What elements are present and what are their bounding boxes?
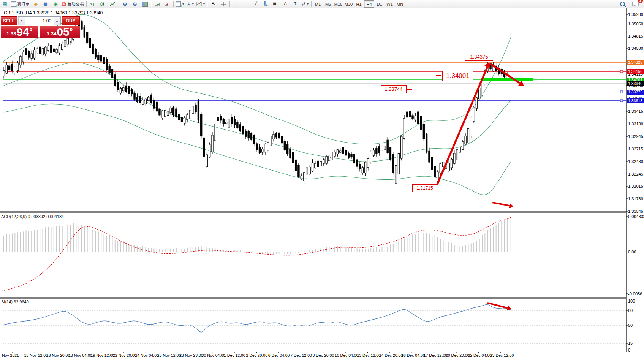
crosshair-button[interactable] (218, 0, 228, 8)
zoom-in-button[interactable]: ⊕ (120, 0, 130, 8)
templates-button[interactable] (195, 0, 206, 8)
text-label-button[interactable]: T (290, 0, 300, 8)
text-label-icon: T (293, 1, 297, 7)
time-axis-label: 22 Dec 04:00 (468, 353, 491, 358)
price-line-badge: 1.34326 (627, 60, 644, 65)
volume-value[interactable]: 1.00 (25, 17, 54, 25)
timeframe-mn[interactable]: MN (395, 0, 405, 8)
toolbar-separator (207, 1, 207, 7)
vertical-line-button[interactable]: | (231, 0, 241, 8)
price-annotation-label: 1.31715 (412, 184, 437, 192)
sell-price-tile[interactable]: 1.33 94 0 (1, 26, 38, 38)
rsi-line (3, 305, 511, 332)
channel-icon: ∥E (264, 0, 268, 8)
bar-chart-button[interactable] (88, 0, 98, 8)
autotrade-icon (62, 2, 66, 6)
new-order-icon (11, 1, 16, 7)
time-axis-label: 20 Dec 20:00 (446, 353, 469, 358)
timeframe-m1[interactable]: M1 (313, 0, 323, 8)
buy-button[interactable]: BUY (62, 16, 80, 25)
buy-price-pips: 05 (57, 26, 69, 38)
chart-shift-button[interactable] (162, 0, 172, 8)
rsi-axis-tick: 80 (628, 308, 633, 313)
timeframe-w1[interactable]: W1 (385, 0, 395, 8)
data-window-button[interactable]: ▣ (41, 0, 51, 8)
buy-price-point: 0 (70, 27, 73, 32)
timeframe-m15[interactable]: M15 (333, 0, 343, 8)
price-axis-tick: 1.32945 (628, 134, 643, 139)
rsi-indicator-label: SI(14) 62.9649 (1, 299, 29, 304)
periods-button[interactable]: ◷ (185, 0, 195, 8)
auto-scroll-button[interactable] (152, 0, 162, 8)
price-axis-tick: 1.32715 (628, 147, 643, 151)
time-axis-label: 22 Nov 20:00 (113, 353, 136, 358)
sell-button[interactable]: SELL (1, 16, 17, 25)
price-line-badge: 1.33940 (627, 81, 644, 86)
periods-icon: ◷ (186, 1, 190, 7)
zoom-out-button[interactable]: ⊖ (130, 0, 140, 8)
time-axis-label: Nov 2021 (2, 353, 19, 358)
navigator-icon: ◉ (53, 1, 57, 7)
time-axis-label: 15 Nov 12:00 (24, 353, 47, 358)
volume-increase-button[interactable]: ▲ (54, 17, 60, 25)
arrows-button[interactable]: ⇄ (300, 0, 310, 8)
chart-shift-icon (165, 2, 170, 7)
candle-chart-button[interactable] (98, 0, 108, 8)
text-button[interactable]: A (280, 0, 290, 8)
main-toolbar: ▦ 新订单 ◆ ▣ ◉ 自动交易 ⊕ ⊖ ◷ ↖ | — ╱ ∥E ≣F A T… (0, 0, 644, 8)
toolbar-separator (173, 1, 174, 7)
horizontal-line-button[interactable]: — (241, 0, 251, 8)
line-chart-button[interactable] (108, 0, 117, 8)
axis-tick-marks (13, 14, 628, 353)
time-axis-label: 10 Dec 04:00 (335, 353, 358, 358)
text-icon: A (284, 1, 287, 7)
chat-badge: 1 (638, 0, 643, 3)
new-order-button[interactable]: 新订单 (10, 0, 31, 8)
price-axis-tick: 1.34580 (628, 46, 643, 51)
market-watch-icon: ◆ (34, 1, 38, 7)
time-axis-label: 2 Dec 20:00 (246, 353, 267, 358)
time-axis-label: 28 Nov 23:00 (179, 353, 203, 358)
price-axis-tick: 1.31545 (628, 209, 643, 214)
market-watch-button[interactable]: ◆ (31, 0, 41, 8)
cursor-button[interactable]: ↖ (209, 0, 218, 8)
navigator-button[interactable]: ◉ (51, 0, 60, 8)
candle-chart-icon (100, 2, 105, 7)
channel-button[interactable]: ∥E (261, 0, 271, 8)
time-axis-label: 14 Dec 20:00 (379, 353, 403, 358)
trend-arrows (437, 62, 524, 310)
price-axis-tick: 1.33180 (628, 122, 643, 126)
buy-price-tile[interactable]: 1.34 05 0 (40, 26, 80, 38)
timeframe-d1[interactable]: D1 (374, 0, 385, 8)
price-annotation-label: 1.33744 (381, 85, 407, 93)
chat-button[interactable]: 1 (630, 0, 640, 8)
window-icon: ▦ (3, 1, 7, 7)
green-support-band (482, 78, 533, 81)
fibonacci-button[interactable]: ≣F (271, 0, 280, 8)
trendline-button[interactable]: ╱ (251, 0, 261, 8)
search-button[interactable] (617, 0, 627, 8)
time-axis-label: 25 Nov 12:00 (157, 353, 181, 358)
indicators-button[interactable] (175, 0, 185, 8)
vertical-line-icon: | (235, 1, 236, 7)
chart-canvas[interactable] (0, 0, 644, 358)
candlesticks (3, 19, 508, 186)
horizontal-line-icon: — (244, 1, 248, 7)
window-button[interactable]: ▦ (0, 0, 10, 8)
horizontal-price-lines (3, 62, 626, 102)
tile-windows-button[interactable] (140, 0, 150, 8)
autotrade-button[interactable]: 自动交易 (60, 0, 85, 8)
volume-decrease-button[interactable]: ▼ (18, 17, 25, 25)
time-axis-label: 17 Dec 12:00 (424, 353, 447, 358)
timeframe-h1[interactable]: H1 (354, 0, 364, 8)
timeframe-m5[interactable]: M5 (323, 0, 333, 8)
price-line-badge: 1.33613 (627, 98, 644, 103)
annotation-dash (436, 75, 441, 76)
line-chart-icon (110, 2, 115, 7)
time-axis-label: 24 Nov 04:00 (135, 353, 158, 358)
new-order-label: 新订单 (17, 1, 30, 7)
price-axis-tick: 1.32480 (628, 159, 643, 164)
timeframe-h4[interactable]: H4 (364, 0, 374, 8)
rsi-axis-tick: 0 (628, 348, 630, 352)
timeframe-m30[interactable]: M30 (343, 0, 354, 8)
